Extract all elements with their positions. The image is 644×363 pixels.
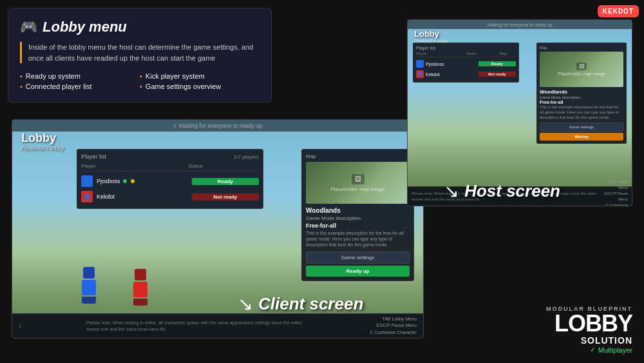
char-legs: [133, 299, 147, 306]
page-indicator: 1: [19, 323, 21, 329]
player-list-columns: Player Status: [81, 163, 259, 172]
status-badge: Ready: [192, 178, 259, 185]
host-map-preview: 🖼 Placeholder map image: [540, 52, 623, 87]
badge-multiplayer: Multiplayer: [546, 346, 632, 354]
host-game-mode-desc: This is the example description for the …: [540, 105, 623, 120]
client-player-list-panel: Player list 2/7 players Player Status 👤 …: [77, 149, 263, 209]
keybinds-hint: TAB Lobby Menu ESC/P Pause Menu C Custom…: [370, 316, 417, 337]
client-lobby-title-area: Lobby Pjosboss's lobby: [21, 132, 64, 152]
host-map-name: Woodlands: [540, 89, 623, 95]
client-map-panel: Map Placeholder map image Woodlands Game…: [301, 149, 414, 281]
host-map-panel: Map 🖼 Placeholder map image Woodlands Ga…: [536, 43, 627, 144]
char-body: [133, 282, 147, 297]
host-player-list-label: Player list: [416, 46, 435, 50]
host-screen-label-text: Host screen: [464, 181, 560, 201]
info-panel: 🎮 Lobby menu Inside of the lobby menu th…: [8, 8, 272, 103]
game-mode-title: Game Mode description: [306, 215, 410, 221]
table-row: 👤 Kekdot Not ready: [416, 69, 516, 79]
host-player-list-panel: Player list Player Status Map 👤 Pjosboss…: [413, 43, 519, 83]
host-player-columns: Player Status Map: [416, 52, 516, 57]
col-status-header: Status: [188, 163, 259, 169]
host-game-mode-name: Free-for-all: [540, 100, 623, 104]
client-lobby-title: Lobby: [21, 132, 64, 145]
char-body: [82, 280, 96, 295]
info-description: Inside of the lobby menu the host can de…: [20, 42, 260, 63]
host-player-name-pjosboss: Pjosboss: [426, 62, 477, 66]
map-header: Map: [306, 153, 410, 159]
host-game-mode-title: Game Mode description: [540, 95, 623, 99]
client-player-list-header: Player list 2/7 players: [81, 153, 259, 160]
feature-game-settings: Game settings overview: [140, 83, 260, 90]
lobby-badge: MODULAR BLUEPRINT LOBBY SOLUTION Multipl…: [546, 306, 632, 354]
host-lobby-title: Lobby: [414, 29, 448, 39]
status-dot-yellow: [131, 179, 135, 183]
character-blue: [80, 267, 98, 302]
host-waiting-button: Waiting: [540, 133, 623, 141]
status-badge: Not ready: [192, 193, 259, 201]
host-keybinds-hint: TAB Lobby Menu ESC/P Pause Menu C Custom…: [598, 179, 628, 207]
client-bottom-bar: 1 Please note: When testing in editor, a…: [12, 313, 423, 338]
status-badge: Not ready: [478, 72, 516, 77]
host-waiting-bar: Waiting for everyone to ready up: [408, 20, 632, 29]
badge-solution: SOLUTION: [546, 335, 632, 346]
player-name-pjosboss: Pjosboss: [97, 178, 188, 184]
features-list: Ready up system Kick player system Conne…: [20, 72, 260, 90]
host-map-icon: 🖼: [576, 63, 587, 70]
table-row: 👤 Pjosboss Ready: [416, 59, 516, 69]
game-mode-desc: This is the example description for the …: [306, 230, 410, 248]
host-screen: Waiting for everyone to ready up Lobby P…: [407, 19, 632, 206]
player-count: 2/7 players: [234, 154, 259, 160]
badge-lobby: LOBBY: [546, 312, 632, 335]
feature-player-list: Connected player list: [20, 83, 140, 90]
player-list-label: Player list: [81, 153, 106, 160]
map-subtitle: Placeholder map image: [330, 186, 384, 192]
map-icon: [352, 174, 365, 184]
game-settings-button[interactable]: Game settings: [306, 251, 410, 264]
host-player-list-header: Player list: [416, 46, 516, 50]
character-red: [131, 269, 149, 304]
avatar: 👤: [81, 175, 93, 187]
ready-up-button[interactable]: Ready up: [306, 266, 410, 277]
col-player-header: Player: [81, 163, 187, 169]
game-mode-name: Free-for-all: [306, 222, 410, 229]
table-row: 👤 Kekdot Not ready: [81, 189, 259, 204]
host-col-player: Player: [416, 52, 465, 55]
host-player-name-kekdot: Kekdot: [426, 72, 477, 77]
host-map-header: Map: [540, 46, 623, 50]
client-lobby-subtitle: Pjosboss's lobby: [21, 145, 64, 152]
bottom-hint: Please note: When testing in editor, all…: [86, 320, 305, 333]
feature-kick-player: Kick player system: [140, 72, 260, 80]
char-head: [135, 269, 146, 280]
lobby-emoji: 🎮: [20, 19, 37, 35]
host-screen-label: ↙ Host screen: [444, 181, 560, 202]
client-screen-label: ↙ Client screen: [238, 293, 363, 315]
status-dot-green: [123, 179, 127, 183]
info-title-row: 🎮 Lobby menu: [20, 19, 260, 35]
host-game-settings-button[interactable]: Game settings: [540, 123, 623, 132]
status-badge: Ready: [478, 61, 516, 66]
host-arrow-icon: ↙: [444, 181, 459, 202]
kekdot-logo: KEKDOT: [598, 5, 639, 17]
avatar: 👤: [416, 60, 424, 68]
char-head: [83, 267, 95, 279]
feature-ready-up: Ready up system: [20, 72, 140, 80]
client-arrow-icon: ↙: [238, 293, 253, 315]
host-col-map: Map: [500, 52, 516, 55]
avatar: 👤: [416, 70, 424, 78]
map-preview: Placeholder map image: [306, 162, 410, 204]
host-map-subtitle: Placeholder map image: [558, 72, 605, 76]
client-screen-label-text: Client screen: [258, 294, 363, 314]
host-lobby-title-area: Lobby Pjosboss's lobby: [414, 29, 448, 43]
avatar: 👤: [81, 191, 93, 202]
client-waiting-bar: Waiting for everyone to ready up: [12, 120, 423, 132]
player-name-kekdot: Kekdot: [97, 193, 188, 200]
map-name: Woodlands: [306, 207, 410, 214]
host-col-status: Status: [466, 52, 498, 55]
info-panel-title: Lobby menu: [43, 19, 127, 35]
char-legs: [82, 297, 96, 304]
table-row: 👤 Pjosboss Ready: [81, 173, 259, 189]
